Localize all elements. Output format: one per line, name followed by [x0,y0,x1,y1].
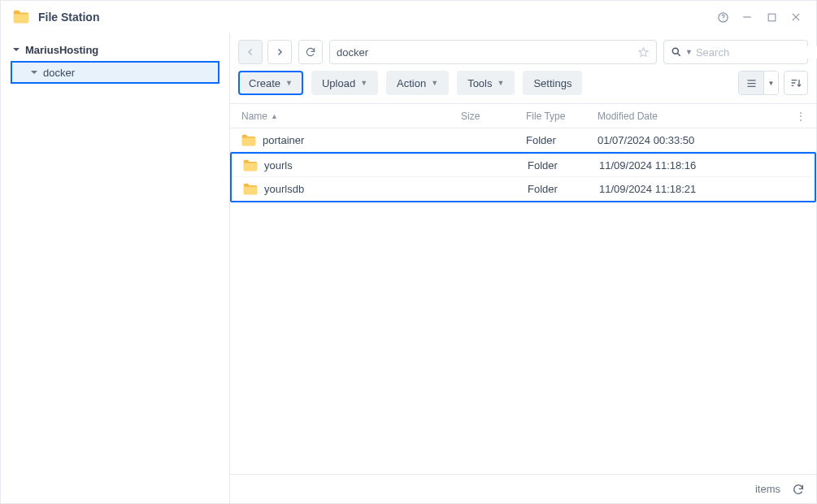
col-size[interactable]: Size [454,111,519,122]
minimize-icon[interactable] [737,7,758,28]
upload-label: Upload [322,77,355,89]
column-menu-icon[interactable]: ⋮ [793,111,808,122]
action-button[interactable]: Action▼ [386,71,449,95]
svg-rect-2 [743,16,750,17]
tree-item-label: docker [43,67,75,79]
svg-point-1 [723,20,724,20]
action-toolbar: Create▼ Upload▼ Action▼ Tools▼ Settings [230,71,816,103]
nav-toolbar: docker ▼ [230,33,816,71]
caret-down-icon [12,46,20,54]
app-title: File Station [38,11,99,24]
tree-root-label: MariusHosting [25,44,98,56]
maximize-icon[interactable] [761,7,782,28]
path-field[interactable]: docker [329,40,657,64]
table-row[interactable]: portainer Folder 01/07/2024 00:33:50 [230,128,816,152]
folder-icon [243,159,258,172]
file-type: Folder [521,159,593,172]
items-label: items [755,483,780,495]
col-date[interactable]: Modified Date [591,111,793,122]
file-table: Name ▲ Size File Type Modified Date ⋮ po… [230,103,816,474]
table-row[interactable]: yourls Folder 11/09/2024 11:18:16 [232,154,815,177]
search-field[interactable]: ▼ [663,40,808,64]
highlighted-rows: yourls Folder 11/09/2024 11:18:16 yourls… [230,152,816,202]
search-icon [671,46,682,58]
refresh-icon[interactable] [790,481,806,497]
path-text: docker [337,46,368,59]
search-input[interactable] [696,46,817,59]
settings-label: Settings [533,77,571,89]
tools-label: Tools [467,77,492,89]
sort-button[interactable] [784,71,808,95]
table-row[interactable]: yourlsdb Folder 11/09/2024 11:18:21 [232,177,815,201]
file-date: 11/09/2024 11:18:16 [593,159,815,172]
titlebar: File Station [1,1,816,33]
folder-icon [243,183,258,195]
file-station-window: File Station MariusHosting docker [0,0,817,504]
file-type: Folder [521,183,593,195]
file-date: 11/09/2024 11:18:21 [593,183,815,195]
col-type[interactable]: File Type [519,111,591,122]
create-button[interactable]: Create▼ [238,71,303,95]
tools-button[interactable]: Tools▼ [457,71,515,95]
close-icon[interactable] [785,7,806,28]
caret-down-icon [30,68,38,76]
tree-root[interactable]: MariusHosting [4,38,226,61]
table-header: Name ▲ Size File Type Modified Date ⋮ [230,104,816,128]
nav-forward-button[interactable] [267,40,292,64]
status-bar: items [230,474,816,503]
favorite-star-icon[interactable] [637,46,650,59]
sidebar: MariusHosting docker [1,33,230,503]
nav-refresh-button[interactable] [298,40,323,64]
chevron-down-icon: ▼ [431,79,438,87]
chevron-down-icon: ▼ [498,79,505,87]
file-date: 01/07/2024 00:33:50 [591,134,816,146]
file-name: portainer [263,134,304,146]
folder-icon [241,134,256,146]
col-name[interactable]: Name ▲ [230,111,454,122]
action-label: Action [397,77,426,89]
sort-asc-icon: ▲ [271,112,278,120]
tree-item-docker[interactable]: docker [11,61,219,84]
chevron-down-icon: ▼ [285,79,293,87]
nav-back-button[interactable] [238,40,263,64]
chevron-down-icon: ▼ [360,79,367,87]
help-icon[interactable] [712,7,733,28]
view-mode-toggle[interactable]: ▼ [738,71,779,95]
file-name: yourlsdb [264,183,304,195]
upload-button[interactable]: Upload▼ [311,71,378,95]
settings-button[interactable]: Settings [523,71,582,95]
svg-point-4 [672,48,678,54]
app-folder-icon [12,8,30,26]
view-mode-dropdown[interactable]: ▼ [763,72,778,94]
main-panel: docker ▼ Create▼ Upl [230,33,816,503]
chevron-down-icon[interactable]: ▼ [685,48,693,56]
file-type: Folder [519,134,591,146]
file-name: yourls [264,159,293,172]
create-label: Create [249,77,280,89]
list-view-icon[interactable] [739,72,763,94]
svg-rect-3 [768,14,776,21]
